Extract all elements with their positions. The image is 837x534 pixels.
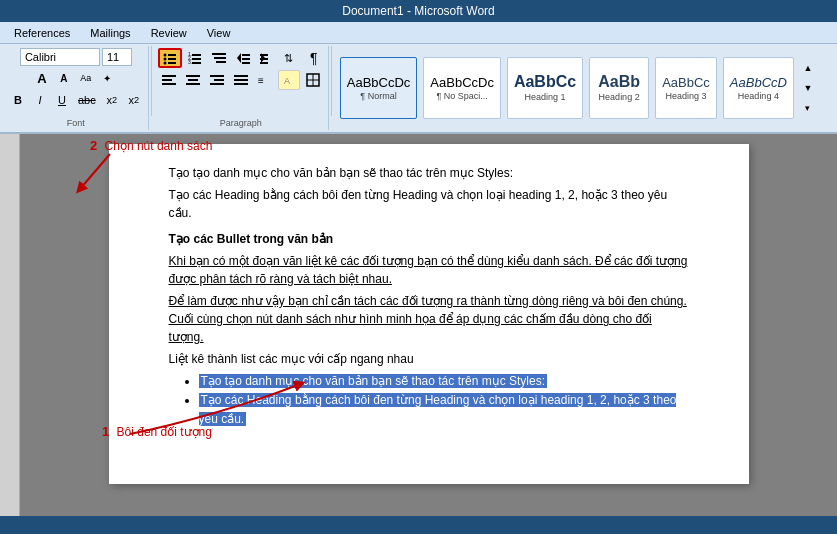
tab-references[interactable]: References [4, 23, 80, 43]
svg-rect-13 [212, 53, 226, 55]
svg-rect-15 [216, 61, 226, 63]
svg-rect-28 [186, 75, 200, 77]
line-spacing-button[interactable]: ≡ [254, 70, 276, 90]
svg-text:A: A [284, 76, 290, 86]
svg-rect-33 [210, 83, 224, 85]
italic-button[interactable]: I [30, 90, 50, 110]
para-4: Để làm được như vậy bạn chỉ cần tách các… [169, 292, 689, 346]
style-heading4[interactable]: AaBbCcD Heading 4 [723, 57, 794, 119]
numbered-list-button[interactable]: 1. 2. 3. [184, 48, 206, 68]
svg-text:3.: 3. [188, 59, 192, 65]
style-no-spacing-label: ¶ No Spaci... [436, 91, 487, 101]
annotation-2-label: Chọn nút danh sách [105, 139, 213, 153]
document-wrapper: Tạo tạo danh mục cho văn bản bạn sẽ thao… [0, 134, 837, 516]
bold-button[interactable]: B [8, 90, 28, 110]
svg-rect-2 [168, 54, 176, 56]
font-row3: B I U abc x2 x2 [8, 90, 144, 110]
shrink-font-button[interactable]: A [54, 68, 74, 88]
grow-font-button[interactable]: A [32, 68, 52, 88]
underline-1: Khi bạn có một đoạn văn liệt kê các đối … [169, 254, 688, 286]
style-normal[interactable]: AaBbCcDc ¶ Normal [340, 57, 418, 119]
svg-rect-30 [186, 83, 200, 85]
clear-format-button[interactable]: ✦ [98, 68, 120, 88]
paragraph-section-label: Paragraph [220, 116, 262, 128]
style-heading2[interactable]: AaBb Heading 2 [589, 57, 649, 119]
style-heading1[interactable]: AaBbCc Heading 1 [507, 57, 583, 119]
svg-text:⇅: ⇅ [284, 52, 293, 64]
style-heading4-label: Heading 4 [738, 91, 779, 101]
ribbon: A A Aa ✦ B I U abc x2 x2 Font [0, 44, 837, 134]
svg-rect-34 [234, 75, 248, 77]
svg-rect-27 [162, 83, 176, 85]
bullet-item-1: Tạo tạo danh mục cho văn bản bạn sẽ thao… [199, 372, 689, 391]
borders-button[interactable] [302, 70, 324, 90]
svg-rect-19 [242, 62, 250, 64]
svg-marker-16 [237, 53, 241, 63]
font-dialog-button[interactable]: Aa [76, 68, 96, 88]
paragraph-section: 1. 2. 3. [154, 46, 329, 130]
para-3: Khi bạn có một đoạn văn liệt kê các đối … [169, 252, 689, 288]
divider-2 [331, 46, 332, 116]
annotation-1-label: Bôi đen đối tượng [117, 425, 212, 439]
show-marks-button[interactable]: ¶ [304, 48, 324, 68]
para-5: Liệt kê thành list các mục với cấp ngang… [169, 350, 689, 368]
superscript-button[interactable]: x2 [124, 90, 144, 110]
align-right-button[interactable] [206, 70, 228, 90]
tab-mailings[interactable]: Mailings [80, 23, 140, 43]
highlight-1: Tạo tạo danh mục cho văn bản bạn sẽ thao… [199, 374, 547, 388]
annotation-1-number: 1 [102, 424, 109, 439]
style-heading2-preview: AaBb [598, 74, 640, 90]
style-heading2-label: Heading 2 [599, 92, 640, 102]
para-1: Tạo tạo danh mục cho văn bản bạn sẽ thao… [169, 164, 689, 182]
bullet-item-2: Tạo các Heading bằng cách bôi đen từng H… [199, 391, 689, 429]
svg-point-5 [163, 62, 166, 65]
svg-rect-23 [260, 62, 268, 64]
subscript-button[interactable]: x2 [102, 90, 122, 110]
style-no-spacing-preview: AaBbCcDc [430, 76, 494, 89]
svg-rect-31 [210, 75, 224, 77]
style-heading3[interactable]: AaBbCc Heading 3 [655, 57, 717, 119]
svg-rect-12 [192, 62, 201, 64]
highlight-2: Tạo các Heading bằng cách bôi đen từng H… [199, 393, 677, 426]
increase-indent-button[interactable] [256, 48, 278, 68]
svg-rect-22 [260, 58, 268, 60]
multilevel-list-button[interactable] [208, 48, 230, 68]
styles-scroll-up[interactable]: ▲ [798, 58, 818, 78]
align-center-button[interactable] [182, 70, 204, 90]
style-heading3-preview: AaBbCc [662, 76, 710, 89]
bullet-list-button[interactable] [158, 48, 182, 68]
tab-view[interactable]: View [197, 23, 241, 43]
styles-scroll-down[interactable]: ▼ [798, 78, 818, 98]
title-text: Document1 - Microsoft Word [342, 4, 495, 18]
annotation-2-number: 2 [90, 138, 97, 153]
svg-rect-10 [192, 58, 201, 60]
align-left-button[interactable] [158, 70, 180, 90]
font-size-input[interactable] [102, 48, 132, 66]
style-heading4-preview: AaBbCcD [730, 76, 787, 89]
svg-point-3 [163, 58, 166, 61]
style-no-spacing[interactable]: AaBbCcDc ¶ No Spaci... [423, 57, 501, 119]
font-section: A A Aa ✦ B I U abc x2 x2 Font [4, 46, 149, 130]
svg-rect-36 [234, 83, 248, 85]
strikethrough-button[interactable]: abc [74, 90, 100, 110]
status-bar [0, 516, 837, 534]
justify-button[interactable] [230, 70, 252, 90]
style-normal-label: ¶ Normal [360, 91, 396, 101]
font-section-label: Font [67, 116, 85, 128]
styles-more[interactable]: ▾ [798, 98, 818, 118]
shading-button[interactable]: A [278, 70, 300, 90]
document-area[interactable]: Tạo tạo danh mục cho văn bản bạn sẽ thao… [20, 134, 837, 516]
svg-rect-6 [168, 62, 176, 64]
svg-rect-4 [168, 58, 176, 60]
tab-review[interactable]: Review [141, 23, 197, 43]
para-heading: Tạo các Bullet trong văn bản [169, 230, 689, 248]
styles-section: AaBbCcDc ¶ Normal AaBbCcDc ¶ No Spaci...… [334, 46, 833, 130]
sort-button[interactable]: ⇅ [280, 48, 302, 68]
svg-rect-17 [242, 54, 250, 56]
annotation-2: 2 Chọn nút danh sách [90, 138, 212, 153]
svg-rect-8 [192, 54, 201, 56]
underline-button[interactable]: U [52, 90, 72, 110]
svg-rect-29 [188, 79, 198, 81]
decrease-indent-button[interactable] [232, 48, 254, 68]
font-name-input[interactable] [20, 48, 100, 66]
